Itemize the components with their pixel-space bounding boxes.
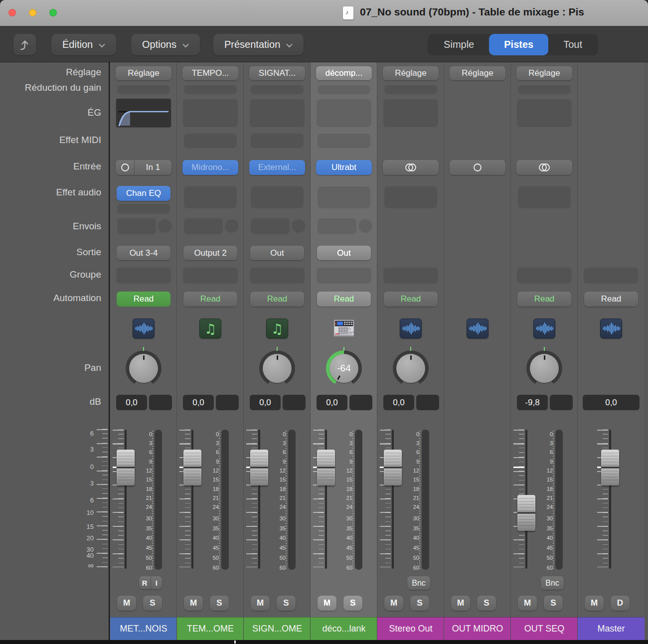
midi-effect-slot[interactable] (318, 133, 370, 148)
group-slot[interactable] (116, 267, 171, 284)
segment-pistes[interactable]: Pistes (489, 34, 548, 55)
automation-mode-button[interactable]: Read (250, 292, 304, 307)
channel-strip-6[interactable]: RéglageMSOUT MIDRO (444, 62, 510, 640)
db-value-display[interactable]: -9,8 (517, 395, 548, 410)
audio-effect-slot[interactable] (251, 186, 304, 208)
bounce-button[interactable]: Bnc (541, 576, 564, 590)
pan-knob[interactable] (526, 350, 562, 386)
group-slot[interactable] (317, 267, 371, 284)
gain-reduction-slot[interactable] (384, 85, 437, 94)
send-level-knob[interactable] (225, 219, 239, 233)
output-button[interactable]: Out (250, 246, 304, 260)
mute-button[interactable]: M (184, 596, 203, 611)
input-button[interactable]: In 1 (116, 160, 171, 175)
send-slot[interactable] (318, 218, 356, 234)
pan-knob[interactable]: -64 (326, 350, 362, 386)
track-name-label[interactable]: SIGN...OME (244, 617, 311, 640)
segment-tout[interactable]: Tout (548, 34, 597, 55)
mute-button[interactable]: M (318, 596, 336, 611)
group-slot[interactable] (383, 267, 438, 284)
send-slot[interactable] (117, 218, 156, 234)
solo-button[interactable]: S (343, 596, 362, 611)
channel-strip-4[interactable]: décomp...UltrabtOutRead-640,003691215182… (310, 62, 377, 640)
db-value-display[interactable]: 0,0 (383, 395, 414, 410)
automation-mode-button[interactable]: Read (517, 292, 571, 307)
menu-edition[interactable]: Édition (51, 34, 116, 55)
mute-button[interactable]: M (117, 596, 136, 611)
db-value-display[interactable]: 0,0 (183, 395, 214, 410)
eq-slot[interactable] (317, 99, 371, 127)
track-name-label[interactable]: Master (578, 617, 645, 640)
midi-effect-slot[interactable] (251, 133, 304, 148)
output-button[interactable]: Out 3-4 (117, 246, 170, 260)
fader-cap[interactable] (384, 450, 402, 485)
input-button[interactable]: Ultrabt (316, 160, 372, 175)
audio-waveform-icon[interactable] (533, 319, 555, 338)
fader-cap[interactable] (183, 450, 201, 485)
channel-strip-3[interactable]: SIGNAT...External...OutRead♫0,0036912151… (243, 62, 310, 640)
channel-settings-button[interactable]: TEMPO... (182, 66, 238, 80)
db-value-display[interactable]: 0,0 (583, 395, 640, 410)
automation-mode-button[interactable]: Read (384, 292, 438, 307)
solo-button[interactable]: S (544, 596, 563, 611)
channel-strip-1[interactable]: RéglageIn 1Chan EQOut 3-4Read0,003691215… (110, 62, 176, 640)
solo-button[interactable]: S (143, 596, 162, 611)
channel-settings-button[interactable]: Réglage (383, 66, 439, 80)
automation-mode-button[interactable]: Read (183, 292, 237, 307)
channel-settings-button[interactable]: Réglage (116, 66, 171, 80)
track-name-label[interactable]: OUT SEQ (511, 617, 578, 640)
midi-effect-slot[interactable] (184, 133, 237, 148)
gain-reduction-slot[interactable] (117, 85, 170, 94)
mute-button[interactable]: M (585, 596, 604, 611)
gain-reduction-slot[interactable] (251, 85, 304, 94)
output-button[interactable]: Out (317, 246, 371, 260)
track-name-label[interactable]: TEM...OME (177, 617, 244, 640)
peak-value-display[interactable] (216, 395, 239, 410)
minimize-window-button[interactable] (29, 9, 36, 16)
db-value-display[interactable]: 0,0 (250, 395, 281, 410)
eq-slot[interactable] (183, 99, 238, 127)
send-level-knob[interactable] (292, 219, 306, 233)
close-window-button[interactable] (8, 9, 16, 16)
channel-strip-7[interactable]: RéglageRead-9,80369121518212430354045506… (510, 62, 577, 640)
track-name-label[interactable]: déco...lank (311, 617, 377, 640)
input-format-button[interactable] (383, 160, 439, 175)
audio-waveform-icon[interactable] (133, 319, 155, 338)
dim-button[interactable]: D (611, 596, 630, 611)
audio-effect-slot[interactable] (117, 203, 170, 214)
gain-reduction-slot[interactable] (318, 85, 370, 94)
peak-value-display[interactable] (149, 395, 172, 410)
audio-effect-slot[interactable] (184, 186, 237, 208)
db-value-display[interactable]: 0,0 (116, 395, 147, 410)
input-format-button[interactable] (116, 160, 135, 175)
gain-reduction-slot[interactable] (184, 85, 237, 94)
automation-mode-button[interactable]: Read (117, 292, 170, 307)
fader-cap[interactable] (317, 450, 335, 485)
channel-settings-button[interactable]: Réglage (450, 66, 505, 80)
group-slot[interactable] (250, 267, 305, 284)
fader-cap[interactable] (601, 450, 619, 485)
input-format-button[interactable] (450, 160, 505, 175)
group-slot[interactable] (584, 267, 639, 284)
eq-thumbnail[interactable] (116, 99, 171, 127)
go-up-button[interactable] (13, 34, 36, 55)
pan-knob[interactable] (393, 350, 429, 386)
automation-mode-button[interactable]: Read (584, 292, 638, 307)
channel-settings-button[interactable]: décomp... (316, 66, 372, 80)
mute-button[interactable]: M (518, 596, 537, 611)
track-name-label[interactable]: Stereo Out (377, 617, 444, 640)
gain-reduction-slot[interactable] (518, 85, 571, 94)
track-name-label[interactable]: OUT MIDRO (444, 617, 511, 640)
group-slot[interactable] (517, 267, 572, 284)
mute-button[interactable]: M (451, 596, 470, 611)
input-monitor-button[interactable]: I (151, 576, 162, 589)
menu-presentation[interactable]: Présentation (213, 34, 304, 55)
db-value-display[interactable]: 0,0 (317, 395, 347, 410)
send-level-knob[interactable] (358, 219, 372, 233)
send-level-knob[interactable] (158, 219, 172, 233)
channel-strip-2[interactable]: TEMPO...Midrono...Output 2Read♫0,0036912… (176, 62, 243, 640)
mute-button[interactable]: M (384, 596, 403, 611)
pan-knob[interactable] (259, 350, 295, 386)
channel-settings-button[interactable]: Réglage (516, 66, 572, 80)
channel-settings-button[interactable]: SIGNAT... (249, 66, 305, 80)
